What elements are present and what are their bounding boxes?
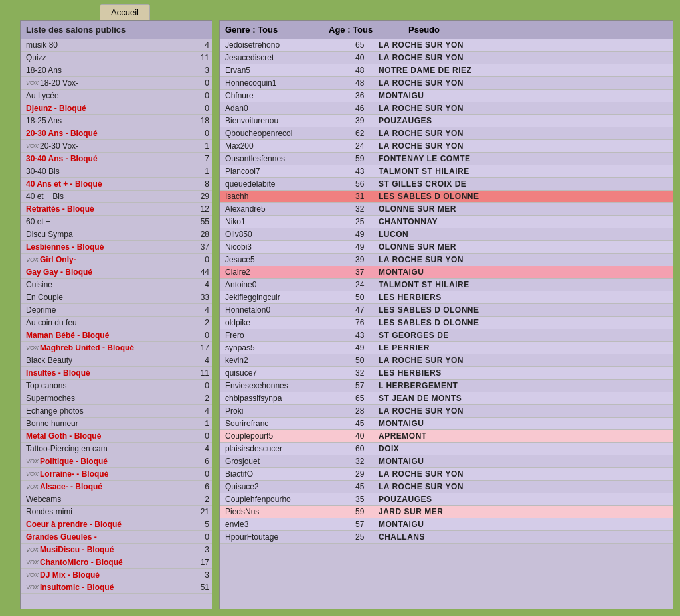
user-row[interactable]: envie3 57 MONTAIGU bbox=[220, 518, 673, 531]
salon-item[interactable]: VOXPolitique - Bloqué6 bbox=[21, 455, 212, 468]
user-row[interactable]: Ousontlesfennes 59 FONTENAY LE COMTE bbox=[220, 153, 673, 165]
vox-badge: VOX bbox=[26, 572, 39, 578]
salon-item[interactable]: 40 Ans et + - Bloqué8 bbox=[21, 178, 212, 191]
user-row[interactable]: synpas5 49 LE PERRIER bbox=[220, 342, 673, 354]
salon-item[interactable]: Discu Sympa28 bbox=[21, 228, 212, 241]
user-row[interactable]: Enviesexehonnes 57 L HERBERGEMENT bbox=[220, 380, 673, 392]
salon-item[interactable]: 20-30 Ans - Bloqué0 bbox=[21, 127, 212, 140]
salon-item[interactable]: VOXMaghreb United - Bloqué17 bbox=[21, 342, 212, 354]
user-row[interactable]: Honnecoquin1 48 LA ROCHE SUR YON bbox=[220, 77, 673, 90]
salon-item[interactable]: VOXLorraine- - Bloqué0 bbox=[21, 468, 212, 481]
salon-item[interactable]: Tattoo-Piercing en cam4 bbox=[21, 443, 212, 455]
salon-item[interactable]: VOXDJ Mix - Bloqué3 bbox=[21, 569, 212, 581]
salon-item[interactable]: musik 804 bbox=[21, 39, 212, 52]
salon-item[interactable]: Retraités - Bloqué12 bbox=[21, 203, 212, 216]
salon-item[interactable]: Deprime4 bbox=[21, 304, 212, 317]
user-row[interactable]: BiactifO 29 LA ROCHE SUR YON bbox=[220, 468, 673, 481]
user-row[interactable]: Nicobi3 49 OLONNE SUR MER bbox=[220, 241, 673, 254]
user-city: POUZAUGES bbox=[379, 495, 670, 504]
user-row[interactable]: Chfnure 36 MONTAIGU bbox=[220, 90, 673, 102]
salon-item[interactable]: Quizz11 bbox=[21, 52, 212, 64]
user-row[interactable]: kevin2 50 LA ROCHE SUR YON bbox=[220, 354, 673, 367]
user-row[interactable]: chbipassifsynpa 65 ST JEAN DE MONTS bbox=[220, 392, 673, 405]
user-city: LE PERRIER bbox=[379, 343, 670, 352]
salon-item[interactable]: Djeunz - Bloqué0 bbox=[21, 102, 212, 115]
user-row[interactable]: Grosjouet 32 MONTAIGU bbox=[220, 455, 673, 468]
user-row[interactable]: Ervan5 48 NOTRE DAME DE RIEZ bbox=[220, 64, 673, 77]
user-age: 57 bbox=[355, 520, 379, 529]
salon-item[interactable]: Cuisine4 bbox=[21, 279, 212, 291]
user-row[interactable]: Max200 24 LA ROCHE SUR YON bbox=[220, 140, 673, 153]
salon-item[interactable]: 30-40 Bis1 bbox=[21, 165, 212, 178]
salon-item[interactable]: Top canons0 bbox=[21, 380, 212, 392]
tab-accueil[interactable]: Accueil bbox=[100, 4, 150, 20]
salon-name: 30-40 Ans - Bloqué bbox=[26, 154, 189, 163]
salon-item[interactable]: 40 et + Bis29 bbox=[21, 191, 212, 203]
user-row[interactable]: Sourirefranc 45 MONTAIGU bbox=[220, 418, 673, 430]
user-row[interactable]: Jesuce5 39 LA ROCHE SUR YON bbox=[220, 254, 673, 266]
salon-item[interactable]: Au Lycée0 bbox=[21, 90, 212, 102]
salon-item[interactable]: VOXGirl Only-0 bbox=[21, 254, 212, 266]
salon-name: Maman Bébé - Bloqué bbox=[26, 331, 189, 340]
user-row[interactable]: Claire2 37 MONTAIGU bbox=[220, 266, 673, 279]
salon-item[interactable]: 60 et +55 bbox=[21, 216, 212, 228]
salon-item[interactable]: Supermoches2 bbox=[21, 392, 212, 405]
user-row[interactable]: Quisuce2 45 LA ROCHE SUR YON bbox=[220, 481, 673, 493]
salon-item[interactable]: 18-25 Ans18 bbox=[21, 115, 212, 127]
user-row[interactable]: HpourFtoutage 25 CHALLANS bbox=[220, 531, 673, 544]
salon-item[interactable]: Webcams2 bbox=[21, 493, 212, 506]
user-row[interactable]: plaisirsdescucer 60 DOIX bbox=[220, 443, 673, 455]
salon-item[interactable]: Coeur à prendre - Bloqué5 bbox=[21, 518, 212, 531]
user-row[interactable]: queuedelabite 56 ST GILLES CROIX DE bbox=[220, 178, 673, 191]
user-row[interactable]: Jekifleggingcuir 50 LES HERBIERS bbox=[220, 291, 673, 304]
user-row[interactable]: Honnetalon0 47 LES SABLES D OLONNE bbox=[220, 304, 673, 317]
user-age: 32 bbox=[355, 457, 379, 466]
salon-item[interactable]: Echange photos4 bbox=[21, 405, 212, 418]
salon-item[interactable]: VOXAlsace- - Bloqué6 bbox=[21, 481, 212, 493]
salon-count: 0 bbox=[189, 469, 209, 479]
header-pseudo: Pseudo bbox=[408, 25, 670, 35]
salon-item[interactable]: Au coin du feu2 bbox=[21, 317, 212, 329]
user-row[interactable]: Jedoisetrehono 65 LA ROCHE SUR YON bbox=[220, 39, 673, 52]
salon-item[interactable]: Rondes mimi21 bbox=[21, 506, 212, 518]
user-row[interactable]: Couplehfenpourho 35 POUZAUGES bbox=[220, 493, 673, 506]
user-row[interactable]: quisuce7 32 LES HERBIERS bbox=[220, 367, 673, 380]
user-row[interactable]: Isachh 31 LES SABLES D OLONNE bbox=[220, 191, 673, 203]
salon-item[interactable]: Maman Bébé - Bloqué0 bbox=[21, 329, 212, 342]
salon-item[interactable]: Grandes Gueules -0 bbox=[21, 531, 212, 544]
user-row[interactable]: PiedsNus 59 JARD SUR MER bbox=[220, 506, 673, 518]
user-row[interactable]: Antoine0 24 TALMONT ST HILAIRE bbox=[220, 279, 673, 291]
user-row[interactable]: Niko1 25 CHANTONNAY bbox=[220, 216, 673, 228]
salon-item[interactable]: VOXMusiDiscu - Bloqué3 bbox=[21, 544, 212, 556]
header-genre: Genre : Tous bbox=[222, 25, 329, 35]
user-row[interactable]: Adan0 46 LA ROCHE SUR YON bbox=[220, 102, 673, 115]
user-row[interactable]: Proki 28 LA ROCHE SUR YON bbox=[220, 405, 673, 418]
vox-badge: VOX bbox=[26, 458, 39, 465]
salon-item[interactable]: VOX18-20 Vox-0 bbox=[21, 77, 212, 90]
salon-item[interactable]: Metal Goth - Bloqué0 bbox=[21, 430, 212, 443]
salon-item[interactable]: VOXInsultomic - Bloqué51 bbox=[21, 581, 212, 594]
user-row[interactable]: Couplepourf5 40 APREMONT bbox=[220, 430, 673, 443]
salon-item[interactable]: 30-40 Ans - Bloqué7 bbox=[21, 153, 212, 165]
salon-item[interactable]: 18-20 Ans3 bbox=[21, 64, 212, 77]
user-row[interactable]: Frero 43 ST GEORGES DE bbox=[220, 329, 673, 342]
salon-item[interactable]: Insultes - Bloqué11 bbox=[21, 367, 212, 380]
user-row[interactable]: oldpike 76 LES SABLES D OLONNE bbox=[220, 317, 673, 329]
user-city: TALMONT ST HILAIRE bbox=[379, 280, 670, 289]
salon-item[interactable]: Gay Gay - Bloqué44 bbox=[21, 266, 212, 279]
salon-item[interactable]: VOX20-30 Vox-1 bbox=[21, 140, 212, 153]
salon-item[interactable]: VOXChantoMicro - Bloqué17 bbox=[21, 556, 212, 569]
user-row[interactable]: Plancool7 43 TALMONT ST HILAIRE bbox=[220, 165, 673, 178]
user-age: 48 bbox=[355, 66, 379, 75]
salon-item[interactable]: Bonne humeur1 bbox=[21, 418, 212, 430]
user-row[interactable]: Bienvoiturenou 39 POUZAUGES bbox=[220, 115, 673, 127]
salon-item[interactable]: En Couple33 bbox=[21, 291, 212, 304]
salon-item[interactable]: Black Beauty4 bbox=[21, 354, 212, 367]
user-pseudo: Jekifleggingcuir bbox=[222, 293, 355, 302]
user-row[interactable]: Oliv850 49 LUCON bbox=[220, 228, 673, 241]
user-pseudo: Honnetalon0 bbox=[222, 305, 355, 315]
user-row[interactable]: Qboucheopenrecoi 62 LA ROCHE SUR YON bbox=[220, 127, 673, 140]
user-row[interactable]: Alexandre5 32 OLONNE SUR MER bbox=[220, 203, 673, 216]
salon-item[interactable]: Lesbiennes - Bloqué37 bbox=[21, 241, 212, 254]
user-row[interactable]: Jesucediscret 40 LA ROCHE SUR YON bbox=[220, 52, 673, 64]
